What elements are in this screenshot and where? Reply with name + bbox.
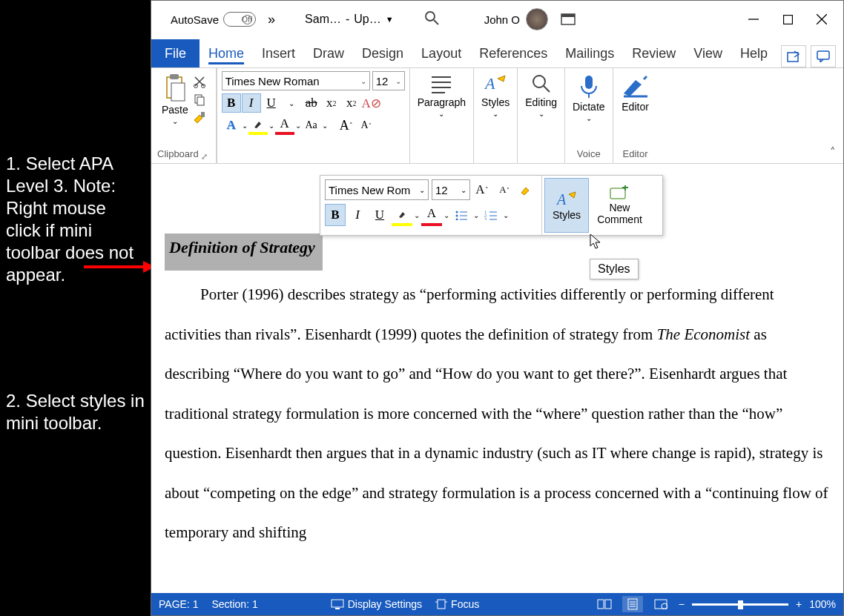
svg-point-45 bbox=[456, 215, 458, 217]
zoom-slider[interactable] bbox=[692, 603, 788, 606]
svg-rect-35 bbox=[598, 600, 604, 609]
mini-format-painter-icon[interactable] bbox=[516, 179, 537, 201]
mini-styles-button[interactable]: A Styles bbox=[544, 178, 589, 233]
ribbon-group-voice: Dictate ⌄ Voice bbox=[565, 68, 613, 163]
body-paragraph[interactable]: Porter (1996) describes strategy as “per… bbox=[165, 275, 830, 553]
chevron-down-icon[interactable]: ▼ bbox=[386, 15, 394, 24]
tab-insert[interactable]: Insert bbox=[253, 42, 304, 67]
collapse-ribbon-icon[interactable]: ˄ bbox=[830, 145, 836, 159]
mini-highlight-button[interactable] bbox=[392, 204, 412, 226]
styles-button[interactable]: A Styles ⌄ bbox=[480, 71, 511, 119]
mini-shrink-font[interactable]: A˅ bbox=[494, 179, 515, 201]
cut-icon[interactable] bbox=[192, 74, 207, 89]
tab-home[interactable]: Home bbox=[200, 42, 253, 67]
strikethrough-button[interactable]: ab bbox=[302, 93, 321, 113]
maximize-button[interactable] bbox=[771, 4, 805, 34]
zoom-out-button[interactable]: − bbox=[679, 598, 685, 610]
svg-rect-11 bbox=[817, 51, 829, 59]
focus-mode[interactable]: Focus bbox=[435, 598, 479, 610]
web-layout-icon[interactable] bbox=[650, 596, 671, 612]
format-painter-icon[interactable] bbox=[192, 110, 207, 125]
status-page[interactable]: PAGE: 1 bbox=[159, 598, 198, 610]
paste-button[interactable]: Paste ⌄ bbox=[160, 71, 190, 127]
ribbon-group-paragraph: Paragraph ⌄ bbox=[410, 68, 474, 163]
svg-rect-19 bbox=[201, 112, 205, 117]
mini-new-comment-button[interactable]: New Comment bbox=[591, 176, 648, 235]
font-name-select[interactable]: Times New Roman⌄ bbox=[222, 71, 370, 90]
mini-bullets-button[interactable] bbox=[451, 204, 472, 226]
minimize-button[interactable] bbox=[736, 4, 771, 34]
underline-button[interactable]: U bbox=[262, 93, 281, 113]
print-layout-icon[interactable] bbox=[622, 596, 643, 612]
document-title[interactable]: Sam… - Up… ▼ bbox=[305, 13, 394, 26]
tab-layout[interactable]: Layout bbox=[412, 42, 470, 67]
svg-rect-27 bbox=[585, 76, 593, 89]
ribbon-display-icon[interactable] bbox=[551, 4, 585, 34]
svg-rect-41 bbox=[655, 600, 667, 609]
search-icon[interactable] bbox=[423, 10, 440, 29]
qat-overflow-icon[interactable]: » bbox=[268, 12, 275, 27]
mini-numbering-button[interactable]: 123 bbox=[481, 204, 501, 226]
status-section[interactable]: Section: 1 bbox=[211, 598, 257, 610]
autosave-label: AutoSave bbox=[171, 13, 219, 26]
svg-rect-30 bbox=[332, 600, 343, 607]
zoom-in-button[interactable]: + bbox=[796, 598, 802, 610]
autosave-toggle[interactable]: Off bbox=[223, 12, 256, 27]
comments-button[interactable] bbox=[811, 45, 836, 67]
share-button[interactable] bbox=[781, 45, 806, 67]
read-mode-icon[interactable] bbox=[594, 596, 615, 612]
mini-grow-font[interactable]: A˄ bbox=[472, 179, 492, 201]
text-effects-button[interactable]: A bbox=[222, 116, 241, 135]
font-color-button[interactable]: A bbox=[275, 116, 294, 135]
copy-icon[interactable] bbox=[192, 92, 207, 107]
paragraph-button[interactable]: Paragraph ⌄ bbox=[416, 71, 467, 119]
editor-button[interactable]: Editor bbox=[619, 71, 652, 114]
subscript-button[interactable]: x2 bbox=[322, 93, 341, 113]
tab-design[interactable]: Design bbox=[353, 42, 412, 67]
annotation-panel: 1. Select APA Level 3. Note: Right mouse… bbox=[0, 0, 151, 616]
tab-references[interactable]: References bbox=[470, 42, 556, 67]
ribbon-tabs: File Home Insert Draw Design Layout Refe… bbox=[151, 38, 843, 67]
ribbon-group-styles: A Styles ⌄ bbox=[474, 68, 518, 163]
highlight-button[interactable] bbox=[248, 116, 268, 135]
dictate-button[interactable]: Dictate ⌄ bbox=[571, 71, 607, 124]
title-bar: AutoSave Off » Sam… - Up… ▼ John O bbox=[151, 1, 843, 38]
tab-view[interactable]: View bbox=[685, 42, 731, 67]
display-settings[interactable]: Display Settings bbox=[331, 598, 422, 610]
zoom-level[interactable]: 100% bbox=[809, 598, 836, 610]
underline-dropdown[interactable]: ⌄ bbox=[282, 93, 301, 113]
avatar[interactable] bbox=[526, 8, 548, 30]
username[interactable]: John O bbox=[484, 13, 520, 26]
mini-underline-button[interactable]: U bbox=[369, 204, 390, 226]
superscript-button[interactable]: x2 bbox=[342, 93, 361, 113]
svg-text:A: A bbox=[484, 74, 495, 93]
clear-formatting-icon[interactable]: A⊘ bbox=[362, 93, 381, 113]
clipboard-dialog-launcher[interactable]: ⤢ bbox=[199, 152, 210, 162]
italic-button[interactable]: I bbox=[242, 93, 261, 113]
mini-font-color-button[interactable]: A bbox=[421, 204, 442, 226]
mini-italic-button[interactable]: I bbox=[347, 204, 368, 226]
svg-point-2 bbox=[426, 12, 435, 21]
tab-draw[interactable]: Draw bbox=[304, 42, 353, 67]
autosave[interactable]: AutoSave Off bbox=[171, 12, 256, 27]
close-button[interactable] bbox=[805, 4, 839, 34]
tab-file[interactable]: File bbox=[151, 39, 200, 67]
svg-rect-36 bbox=[605, 600, 611, 609]
ribbon-group-editor: Editor Editor bbox=[613, 68, 658, 163]
instruction-2: 2. Select styles in mini toolbar. bbox=[6, 390, 145, 434]
grow-font-button[interactable]: A˄ bbox=[337, 116, 356, 135]
shrink-font-button[interactable]: A˅ bbox=[357, 116, 376, 135]
svg-rect-14 bbox=[171, 83, 185, 101]
svg-rect-56 bbox=[610, 188, 625, 199]
selected-heading[interactable]: Definition of Strategy bbox=[165, 234, 323, 271]
tab-help[interactable]: Help bbox=[731, 42, 777, 67]
mini-bold-button[interactable]: B bbox=[325, 204, 346, 226]
mini-font-name[interactable]: Times New Rom⌄ bbox=[325, 179, 429, 200]
bold-button[interactable]: B bbox=[222, 93, 241, 113]
mini-font-size[interactable]: 12⌄ bbox=[432, 179, 470, 200]
font-size-select[interactable]: 12⌄ bbox=[372, 71, 405, 90]
editing-button[interactable]: Editing ⌄ bbox=[524, 71, 558, 119]
tab-review[interactable]: Review bbox=[623, 42, 685, 67]
change-case-button[interactable]: Aa bbox=[302, 116, 321, 135]
tab-mailings[interactable]: Mailings bbox=[556, 42, 623, 67]
